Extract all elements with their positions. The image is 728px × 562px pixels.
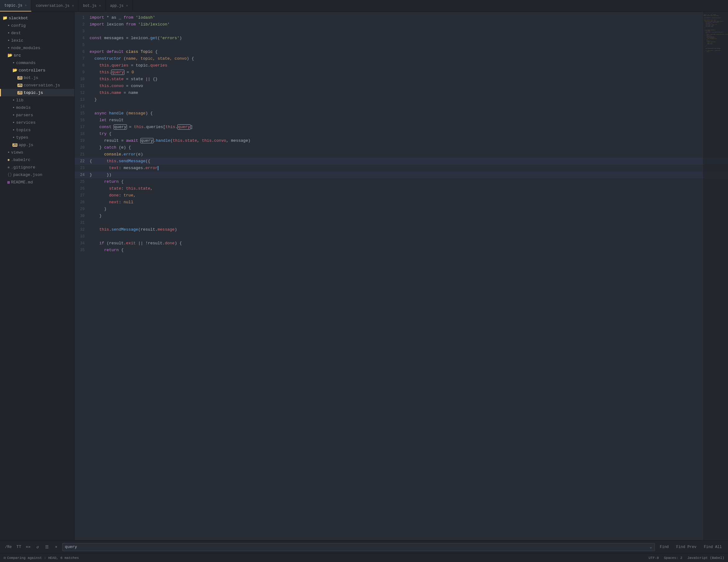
minimap-content: import * as _ from 'lodash' import lexic…	[703, 12, 728, 55]
sidebar-item-controllers[interactable]: 📂 controllers	[0, 67, 74, 74]
line-content-30: }	[90, 213, 723, 220]
line-content-34: if (result.exit || !result.done) {	[90, 240, 723, 247]
line-content-23: text: messages.error	[90, 165, 723, 172]
sidebar-label-parsers: parsers	[16, 113, 33, 118]
line-num-14: 14	[75, 105, 90, 109]
line-content-9: this.query = 0	[90, 69, 723, 76]
search-word-btn[interactable]: «»	[25, 544, 32, 550]
code-line-12: 12 this.name = name	[75, 90, 728, 96]
sidebar-item-views[interactable]: ▪ views	[0, 149, 74, 156]
code-line-6: 6 export default class Topic {	[75, 49, 728, 55]
search-chevron-icon[interactable]: ⌄	[650, 545, 652, 549]
status-git: ⊡ Comparing against : HEAD, 6 matches	[4, 556, 79, 560]
code-line-11: 11 this.convo = convo	[75, 83, 728, 90]
sidebar-label-models: models	[16, 105, 31, 110]
sidebar-item-topics[interactable]: ▪ topics	[0, 126, 74, 134]
search-highlight-btn[interactable]: ☀	[53, 544, 60, 550]
tab-bot-close[interactable]: ×	[99, 4, 101, 8]
folder-icon-parsers: ▪	[12, 113, 15, 118]
sidebar-item-config[interactable]: ▪ config	[0, 22, 74, 29]
line-num-2: 2	[75, 22, 90, 27]
folder-icon-views: ▪	[7, 150, 10, 155]
tab-bot[interactable]: bot.js ×	[79, 0, 106, 12]
line-num-27: 27	[75, 193, 90, 198]
sidebar-item-node-modules[interactable]: ▪ node_modules	[0, 44, 74, 52]
status-spaces: Spaces: 2	[664, 556, 682, 560]
search-input-wrap: ⌄	[62, 543, 655, 551]
sidebar-item-lib[interactable]: ▪ lib	[0, 96, 74, 104]
line-num-25: 25	[75, 180, 90, 184]
find-all-button[interactable]: Find All	[701, 544, 724, 550]
line-content-12: this.name = name	[90, 90, 723, 96]
sidebar-item-babelrc[interactable]: ✱ .babelrc	[0, 156, 74, 164]
line-num-20: 20	[75, 146, 90, 150]
line-content-4: const messages = lexicon.get('errors')	[90, 35, 723, 42]
code-line-28: 28 next: null	[75, 199, 728, 206]
tab-topic[interactable]: topic.js ×	[0, 0, 31, 12]
sidebar-item-package-json[interactable]: {} package.json	[0, 171, 74, 179]
code-line-33: 33	[75, 233, 728, 240]
code-line-4: 4 const messages = lexicon.get('errors')	[75, 35, 728, 42]
sidebar-item-conversation-js[interactable]: JS conversation.js	[0, 81, 74, 89]
sidebar-label-lexic: lexic	[11, 38, 23, 43]
sidebar-item-parsers[interactable]: ▪ parsers	[0, 111, 74, 119]
line-num-18: 18	[75, 132, 90, 136]
code-line-23: 23 text: messages.error	[75, 165, 728, 172]
find-prev-button[interactable]: Find Prev	[674, 544, 699, 550]
main-layout: 📁 slackbot ▪ config ▪ dest ▪ lexic ▪ nod…	[0, 12, 728, 540]
search-input[interactable]	[65, 545, 650, 549]
line-num-8: 8	[75, 63, 90, 68]
search-select-btn[interactable]: ☰	[44, 544, 50, 550]
tab-bot-label: bot.js	[83, 4, 96, 8]
sidebar-label-topic-js: topic.js	[24, 91, 43, 95]
sidebar-item-services[interactable]: ▪ services	[0, 119, 74, 126]
json-icon: {}	[7, 173, 12, 177]
sidebar-label-lib: lib	[16, 98, 23, 103]
tab-conversation[interactable]: conversation.js ×	[31, 0, 79, 12]
tab-conversation-close[interactable]: ×	[72, 4, 74, 8]
search-bar: /Re TT «» ↺ ☰ ☀ ⌄ Find Find Prev Find Al…	[0, 540, 728, 553]
sidebar-item-lexic[interactable]: ▪ lexic	[0, 37, 74, 44]
sidebar-label-dest: dest	[11, 31, 21, 35]
sidebar-item-types[interactable]: ▪ types	[0, 134, 74, 141]
line-content-10: this.state = state || {}	[90, 76, 723, 83]
sidebar-item-src[interactable]: 📂 src	[0, 52, 74, 59]
tab-topic-close[interactable]: ×	[25, 4, 27, 7]
sidebar-item-topic-js[interactable]: JS topic.js	[0, 89, 74, 96]
line-num-33: 33	[75, 235, 90, 239]
sidebar-item-bot-js[interactable]: JS bot.js	[0, 74, 74, 81]
sidebar-label-types: types	[16, 135, 28, 140]
tab-app-close[interactable]: ×	[126, 4, 128, 8]
line-content-24: } })	[90, 172, 723, 179]
line-num-17: 17	[75, 125, 90, 129]
folder-open-icon: 📁	[2, 16, 7, 21]
line-content-27: done: true,	[90, 192, 723, 199]
code-line-29: 29 }	[75, 206, 728, 213]
sidebar-label-readme: README.md	[11, 180, 33, 185]
search-regex-toggle[interactable]: /Re	[4, 544, 13, 550]
find-button[interactable]: Find	[657, 544, 671, 550]
sidebar-item-models[interactable]: ▪ models	[0, 104, 74, 111]
line-content-15: async handle (message) {	[90, 110, 723, 117]
js-icon-bot: JS	[17, 76, 22, 80]
tab-app[interactable]: app.js ×	[106, 0, 133, 12]
sidebar-item-dest[interactable]: ▪ dest	[0, 29, 74, 37]
sidebar-item-commands[interactable]: ▪ commands	[0, 59, 74, 67]
search-case-btn[interactable]: TT	[16, 544, 22, 550]
sidebar-label-src: src	[14, 53, 21, 58]
line-content-13: }	[90, 96, 723, 103]
line-num-24: 24	[75, 173, 90, 177]
code-container[interactable]: 1 import * as _ from 'lodash' 2 import l…	[75, 12, 728, 540]
folder-open-icon-src: 📂	[7, 53, 12, 58]
tab-conversation-label: conversation.js	[36, 4, 69, 8]
sidebar-item-gitignore[interactable]: ✱ .gitignore	[0, 164, 74, 171]
sidebar-item-app-js[interactable]: JS app.js	[0, 141, 74, 149]
editor-area: 1 import * as _ from 'lodash' 2 import l…	[75, 12, 728, 540]
sidebar-item-readme[interactable]: ▤ README.md	[0, 179, 74, 186]
sidebar-item-slackbot[interactable]: 📁 slackbot	[0, 14, 74, 22]
code-line-15: 15 async handle (message) {	[75, 110, 728, 117]
code-line-3: 3	[75, 28, 728, 35]
search-replace-btn[interactable]: ↺	[34, 544, 41, 550]
code-line-25: 25 return {	[75, 179, 728, 185]
line-num-11: 11	[75, 84, 90, 88]
